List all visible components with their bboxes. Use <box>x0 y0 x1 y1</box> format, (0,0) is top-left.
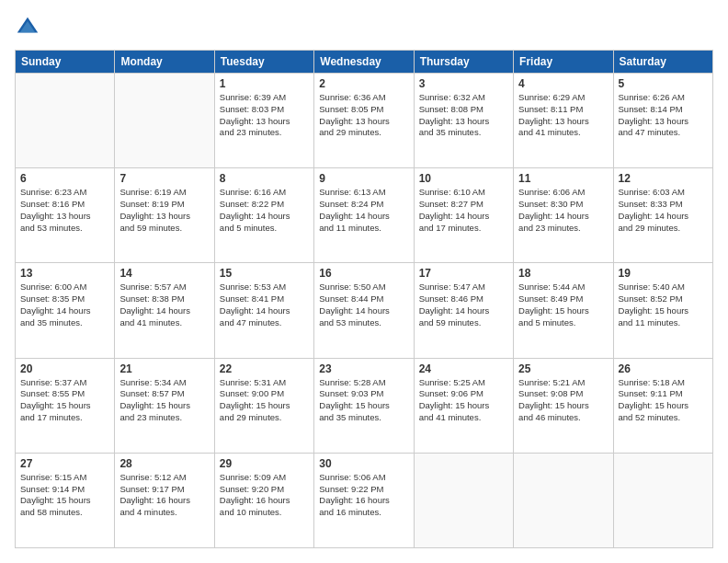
day-detail: Sunrise: 5:57 AMSunset: 8:38 PMDaylight:… <box>119 282 209 328</box>
calendar-cell: 10Sunrise: 6:10 AMSunset: 8:27 PMDayligh… <box>414 168 513 263</box>
day-detail: Sunrise: 6:10 AMSunset: 8:27 PMDaylight:… <box>419 187 508 234</box>
day-number: 4 <box>518 77 608 90</box>
day-detail: Sunrise: 5:50 AMSunset: 8:44 PMDaylight:… <box>319 282 408 328</box>
weekday-header-wednesday: Wednesday <box>314 51 414 74</box>
calendar-cell: 22Sunrise: 5:31 AMSunset: 9:00 PMDayligh… <box>214 358 313 453</box>
calendar-cell: 12Sunrise: 6:03 AMSunset: 8:33 PMDayligh… <box>613 168 712 263</box>
calendar-cell: 4Sunrise: 6:29 AMSunset: 8:11 PMDaylight… <box>514 74 613 168</box>
day-number: 28 <box>119 457 209 470</box>
day-detail: Sunrise: 5:18 AMSunset: 9:11 PMDaylight:… <box>619 377 708 424</box>
day-number: 2 <box>319 77 408 90</box>
calendar-cell: 16Sunrise: 5:50 AMSunset: 8:44 PMDayligh… <box>314 263 414 358</box>
day-detail: Sunrise: 5:12 AMSunset: 9:17 PMDaylight:… <box>119 472 209 519</box>
calendar-cell: 18Sunrise: 5:44 AMSunset: 8:49 PMDayligh… <box>514 263 613 358</box>
weekday-header-thursday: Thursday <box>414 51 513 74</box>
day-number: 5 <box>619 77 708 90</box>
day-number: 26 <box>619 362 708 375</box>
page: SundayMondayTuesdayWednesdayThursdayFrid… <box>0 0 728 563</box>
day-detail: Sunrise: 5:34 AMSunset: 8:57 PMDaylight:… <box>119 377 209 424</box>
day-detail: Sunrise: 6:00 AMSunset: 8:35 PMDaylight:… <box>20 282 109 328</box>
calendar-cell: 30Sunrise: 5:06 AMSunset: 9:22 PMDayligh… <box>314 453 414 547</box>
day-detail: Sunrise: 6:32 AMSunset: 8:08 PMDaylight:… <box>419 92 508 139</box>
day-number: 18 <box>518 267 608 280</box>
weekday-header-row: SundayMondayTuesdayWednesdayThursdayFrid… <box>16 51 713 74</box>
day-detail: Sunrise: 6:29 AMSunset: 8:11 PMDaylight:… <box>518 92 608 139</box>
calendar-cell: 13Sunrise: 6:00 AMSunset: 8:35 PMDayligh… <box>16 263 115 358</box>
calendar-cell <box>514 453 613 547</box>
day-detail: Sunrise: 6:26 AMSunset: 8:14 PMDaylight:… <box>619 92 708 139</box>
day-detail: Sunrise: 6:06 AMSunset: 8:30 PMDaylight:… <box>518 187 608 234</box>
calendar-cell: 24Sunrise: 5:25 AMSunset: 9:06 PMDayligh… <box>414 358 513 453</box>
day-number: 8 <box>220 172 309 185</box>
day-number: 16 <box>319 267 408 280</box>
day-detail: Sunrise: 6:39 AMSunset: 8:03 PMDaylight:… <box>220 92 309 139</box>
calendar-cell <box>414 453 513 547</box>
weekday-header-saturday: Saturday <box>613 51 712 74</box>
day-number: 10 <box>419 172 508 185</box>
day-number: 11 <box>518 172 608 185</box>
day-number: 27 <box>20 457 109 470</box>
week-row-3: 13Sunrise: 6:00 AMSunset: 8:35 PMDayligh… <box>16 263 713 358</box>
day-number: 14 <box>119 267 209 280</box>
day-number: 22 <box>220 362 309 375</box>
calendar-cell: 19Sunrise: 5:40 AMSunset: 8:52 PMDayligh… <box>613 263 712 358</box>
day-number: 6 <box>20 172 109 185</box>
calendar-cell: 2Sunrise: 6:36 AMSunset: 8:05 PMDaylight… <box>314 74 414 168</box>
calendar-cell: 29Sunrise: 5:09 AMSunset: 9:20 PMDayligh… <box>214 453 313 547</box>
week-row-4: 20Sunrise: 5:37 AMSunset: 8:55 PMDayligh… <box>16 358 713 453</box>
weekday-header-monday: Monday <box>115 51 214 74</box>
day-number: 12 <box>619 172 708 185</box>
day-detail: Sunrise: 6:13 AMSunset: 8:24 PMDaylight:… <box>319 187 408 234</box>
calendar-cell: 21Sunrise: 5:34 AMSunset: 8:57 PMDayligh… <box>115 358 214 453</box>
day-number: 21 <box>119 362 209 375</box>
calendar-cell: 11Sunrise: 6:06 AMSunset: 8:30 PMDayligh… <box>514 168 613 263</box>
calendar-cell: 1Sunrise: 6:39 AMSunset: 8:03 PMDaylight… <box>214 74 313 168</box>
day-detail: Sunrise: 5:40 AMSunset: 8:52 PMDaylight:… <box>619 282 708 328</box>
day-number: 29 <box>220 457 309 470</box>
week-row-5: 27Sunrise: 5:15 AMSunset: 9:14 PMDayligh… <box>16 453 713 547</box>
day-number: 1 <box>220 77 309 90</box>
day-number: 9 <box>319 172 408 185</box>
calendar-cell: 17Sunrise: 5:47 AMSunset: 8:46 PMDayligh… <box>414 263 513 358</box>
calendar-cell: 15Sunrise: 5:53 AMSunset: 8:41 PMDayligh… <box>214 263 313 358</box>
calendar-cell: 9Sunrise: 6:13 AMSunset: 8:24 PMDaylight… <box>314 168 414 263</box>
day-number: 24 <box>419 362 508 375</box>
day-detail: Sunrise: 5:15 AMSunset: 9:14 PMDaylight:… <box>20 472 109 519</box>
day-number: 30 <box>319 457 408 470</box>
weekday-header-friday: Friday <box>514 51 613 74</box>
day-detail: Sunrise: 5:31 AMSunset: 9:00 PMDaylight:… <box>220 377 309 424</box>
day-number: 19 <box>619 267 708 280</box>
calendar-cell: 8Sunrise: 6:16 AMSunset: 8:22 PMDaylight… <box>214 168 313 263</box>
day-number: 17 <box>419 267 508 280</box>
calendar-cell <box>115 74 214 168</box>
day-number: 23 <box>319 362 408 375</box>
day-detail: Sunrise: 5:47 AMSunset: 8:46 PMDaylight:… <box>419 282 508 328</box>
week-row-2: 6Sunrise: 6:23 AMSunset: 8:16 PMDaylight… <box>16 168 713 263</box>
day-detail: Sunrise: 5:44 AMSunset: 8:49 PMDaylight:… <box>518 282 608 328</box>
calendar-cell: 28Sunrise: 5:12 AMSunset: 9:17 PMDayligh… <box>115 453 214 547</box>
calendar-cell: 23Sunrise: 5:28 AMSunset: 9:03 PMDayligh… <box>314 358 414 453</box>
day-detail: Sunrise: 6:16 AMSunset: 8:22 PMDaylight:… <box>220 187 309 234</box>
day-number: 13 <box>20 267 109 280</box>
day-number: 3 <box>419 77 508 90</box>
week-row-1: 1Sunrise: 6:39 AMSunset: 8:03 PMDaylight… <box>16 74 713 168</box>
calendar-cell: 3Sunrise: 6:32 AMSunset: 8:08 PMDaylight… <box>414 74 513 168</box>
calendar-cell: 26Sunrise: 5:18 AMSunset: 9:11 PMDayligh… <box>613 358 712 453</box>
day-number: 7 <box>119 172 209 185</box>
day-detail: Sunrise: 5:06 AMSunset: 9:22 PMDaylight:… <box>319 472 408 519</box>
logo-icon <box>15 15 40 40</box>
calendar-cell: 14Sunrise: 5:57 AMSunset: 8:38 PMDayligh… <box>115 263 214 358</box>
calendar-cell: 5Sunrise: 6:26 AMSunset: 8:14 PMDaylight… <box>613 74 712 168</box>
day-number: 15 <box>220 267 309 280</box>
day-detail: Sunrise: 6:03 AMSunset: 8:33 PMDaylight:… <box>619 187 708 234</box>
day-detail: Sunrise: 5:53 AMSunset: 8:41 PMDaylight:… <box>220 282 309 328</box>
calendar-cell: 6Sunrise: 6:23 AMSunset: 8:16 PMDaylight… <box>16 168 115 263</box>
calendar-cell: 27Sunrise: 5:15 AMSunset: 9:14 PMDayligh… <box>16 453 115 547</box>
calendar-cell: 7Sunrise: 6:19 AMSunset: 8:19 PMDaylight… <box>115 168 214 263</box>
day-detail: Sunrise: 6:23 AMSunset: 8:16 PMDaylight:… <box>20 187 109 234</box>
day-detail: Sunrise: 5:28 AMSunset: 9:03 PMDaylight:… <box>319 377 408 424</box>
day-number: 20 <box>20 362 109 375</box>
day-detail: Sunrise: 5:37 AMSunset: 8:55 PMDaylight:… <box>20 377 109 424</box>
day-detail: Sunrise: 6:36 AMSunset: 8:05 PMDaylight:… <box>319 92 408 139</box>
header <box>15 15 713 40</box>
